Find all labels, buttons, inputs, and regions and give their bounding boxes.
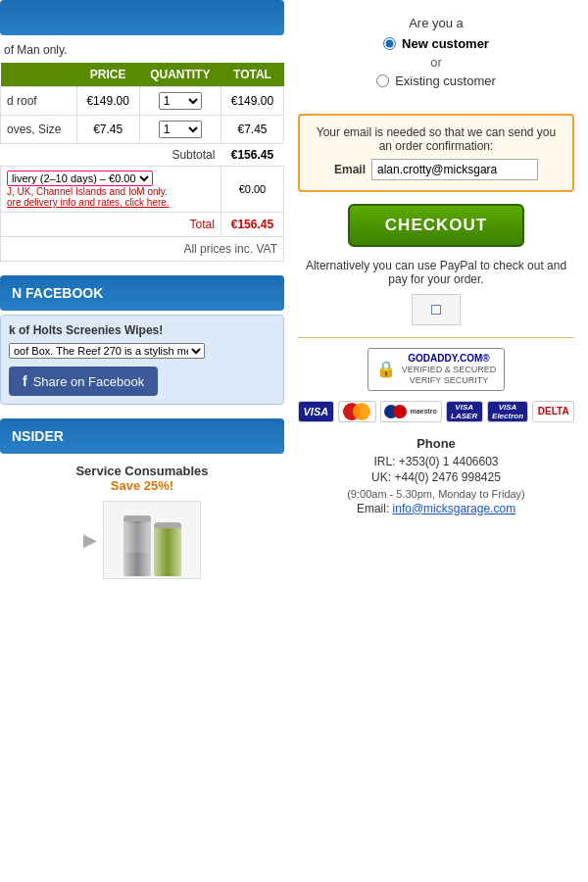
facebook-f-icon: f <box>23 373 27 389</box>
delivery-select[interactable]: livery (2–10 days) – €0.00 <box>8 172 152 185</box>
godaddy-badge: 🔒 GODADDY.COM® VERIFIED & SECURED VERIFY… <box>368 348 506 391</box>
col-header-total: TOTAL <box>220 63 283 87</box>
visa-electron-card: VISAElectron <box>487 401 529 422</box>
item-qty-1[interactable]: 123 <box>139 87 220 116</box>
facebook-share-button[interactable]: f Share on Facebook <box>9 367 158 396</box>
customer-section: Are you a New customer or Existing custo… <box>298 8 574 104</box>
contact-title: Phone <box>298 436 574 451</box>
paypal-button[interactable]: □ <box>412 294 461 325</box>
facebook-bar: N FACEBOOK <box>0 275 284 311</box>
paypal-text: Alternatively you can use PayPal to chec… <box>298 259 574 286</box>
col-header-price: PRICE <box>76 63 139 87</box>
right-column: Are you a New customer or Existing custo… <box>284 0 588 589</box>
email-row: Email <box>312 159 561 180</box>
email-label: Email <box>334 163 366 176</box>
contact-uk: UK: +44(0) 2476 998425 <box>298 470 574 484</box>
delivery-row: livery (2–10 days) – €0.00 J, UK, Channe… <box>1 167 284 213</box>
godaddy-verified: VERIFIED & SECURED <box>402 365 497 375</box>
contact-irl: IRL: +353(0) 1 4406603 <box>298 455 574 468</box>
insider-section: Service Consumables Save 25%! ▶ <box>0 454 284 589</box>
existing-customer-label: Existing customer <box>395 74 496 88</box>
checkout-button[interactable]: CHECKOUT <box>348 204 524 247</box>
vat-row: All prices inc. VAT <box>1 237 284 262</box>
insider-save: Save 25%! <box>6 478 278 493</box>
total-row: Total €156.45 <box>1 213 284 237</box>
facebook-select-wrap[interactable]: oof Box. The Reef 270 is a stylish med <box>9 343 275 359</box>
prev-arrow-icon[interactable]: ▶ <box>83 529 97 551</box>
paypal-icon: □ <box>431 301 441 318</box>
existing-customer-row: Existing customer <box>298 74 574 88</box>
visa-card: VISA <box>298 401 334 422</box>
delivery-cell: livery (2–10 days) – €0.00 J, UK, Channe… <box>1 167 221 213</box>
item-price-1: €149.00 <box>76 87 139 116</box>
facebook-product-text: k of Holts Screenies Wipes! <box>9 323 275 337</box>
or-text: or <box>298 55 574 70</box>
godaddy-text-block: GODADDY.COM® VERIFIED & SECURED VERIFY S… <box>402 353 497 386</box>
table-row: d roof €149.00 123 €149.00 <box>1 87 284 116</box>
delivery-value: €0.00 <box>220 167 283 213</box>
subtotal-value: €156.45 <box>220 144 283 167</box>
delivery-select-wrap[interactable]: livery (2–10 days) – €0.00 <box>7 171 153 186</box>
email-input[interactable] <box>371 159 538 180</box>
email-box: Your email is needed so that we can send… <box>298 114 574 192</box>
contact-email-row: Email: info@micksgarage.com <box>298 502 574 515</box>
item-name-2: oves, Size <box>1 116 77 144</box>
col-header-empty <box>1 63 77 87</box>
subtotal-row: Subtotal €156.45 <box>1 144 284 167</box>
visa-laser-card: VISALASER <box>446 401 483 422</box>
security-section: 🔒 GODADDY.COM® VERIFIED & SECURED VERIFY… <box>298 337 574 391</box>
delivery-link[interactable]: ore delivery info and rates, click here. <box>7 197 215 208</box>
contact-email-link[interactable]: info@micksgarage.com <box>393 502 516 515</box>
are-you-text: Are you a <box>298 16 574 30</box>
qty-select-1[interactable]: 123 <box>159 92 202 110</box>
vat-note: All prices inc. VAT <box>1 237 284 262</box>
qty-select-2[interactable]: 123 <box>159 121 202 138</box>
left-top-bar <box>0 0 284 35</box>
new-customer-radio[interactable] <box>383 37 396 50</box>
total-label: Total <box>1 213 221 237</box>
existing-customer-radio[interactable] <box>376 74 389 87</box>
insider-bar-label: NSIDER <box>12 428 64 444</box>
item-total-2: €7.45 <box>220 116 283 144</box>
facebook-product-select[interactable]: oof Box. The Reef 270 is a stylish med <box>9 343 205 359</box>
facebook-section: k of Holts Screenies Wipes! oof Box. The… <box>0 315 284 405</box>
col-header-quantity: QUANTITY <box>139 63 220 87</box>
paypal-button-wrap: □ <box>298 294 574 325</box>
facebook-bar-label: N FACEBOOK <box>12 285 103 301</box>
item-total-1: €149.00 <box>220 87 283 116</box>
cart-table: PRICE QUANTITY TOTAL d roof €149.00 123 … <box>0 63 284 262</box>
table-row: oves, Size €7.45 123 €7.45 <box>1 116 284 144</box>
email-box-text: Your email is needed so that we can send… <box>312 125 561 153</box>
item-price-2: €7.45 <box>76 116 139 144</box>
contact-section: Phone IRL: +353(0) 1 4406603 UK: +44(0) … <box>298 436 574 515</box>
insider-bar: NSIDER <box>0 418 284 454</box>
delta-card: DELTA <box>532 401 574 422</box>
region-note: of Man only. <box>0 39 284 63</box>
product-image <box>103 501 201 579</box>
insider-title: Service Consumables <box>6 464 278 478</box>
total-value: €156.45 <box>220 213 283 237</box>
maestro-badge: maestro <box>380 401 442 422</box>
new-customer-row: New customer <box>298 36 574 51</box>
contact-email-label: Email: <box>357 502 389 515</box>
payment-cards: VISA maestro VISALASER VISAElectron DELT… <box>298 401 574 422</box>
subtotal-label: Subtotal <box>1 144 221 167</box>
contact-hours: (9:00am - 5.30pm, Monday to Friday) <box>298 488 574 500</box>
new-customer-label: New customer <box>402 36 489 51</box>
lock-icon: 🔒 <box>376 360 396 378</box>
insider-products: ▶ <box>6 501 278 579</box>
mastercard-badge <box>338 401 376 422</box>
godaddy-title: GODADDY.COM® <box>402 353 497 365</box>
item-qty-2[interactable]: 123 <box>139 116 220 144</box>
godaddy-verify: VERIFY SECURITY <box>402 375 497 386</box>
checkout-button-wrap: CHECKOUT <box>298 204 574 247</box>
facebook-share-label: Share on Facebook <box>33 374 144 389</box>
delivery-note: J, UK, Channel Islands and IoM only. <box>7 186 215 197</box>
item-name-1: d roof <box>1 87 77 116</box>
